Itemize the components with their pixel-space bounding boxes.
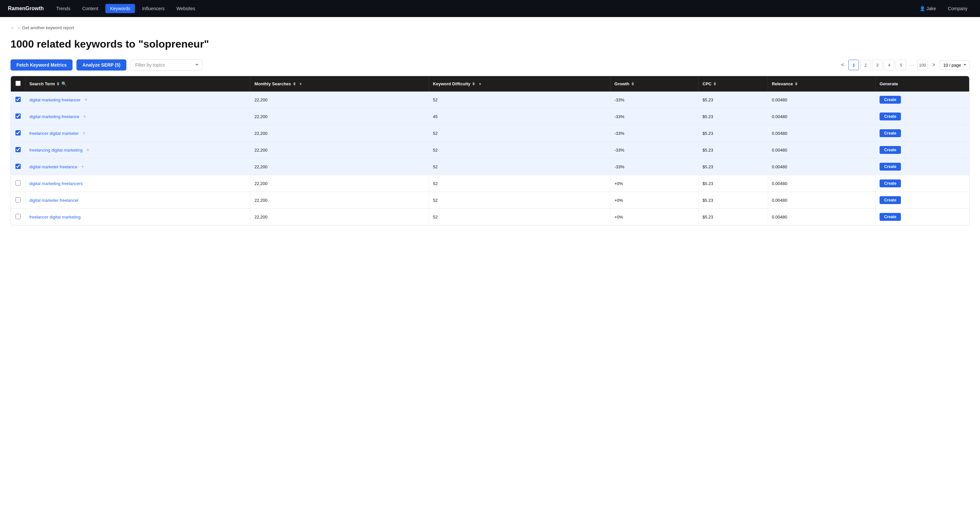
td-monthly-5: 22,200	[250, 175, 429, 192]
th-checkbox	[11, 76, 25, 92]
page-btn-2[interactable]: 2	[860, 60, 871, 70]
td-relevance-4: 0.00480	[768, 159, 875, 175]
sort-up-icon	[713, 82, 716, 84]
create-button-6[interactable]: Create	[880, 196, 901, 204]
keyword-link-0[interactable]: digital marketing freelancer	[30, 97, 81, 102]
td-difficulty-1: 45	[429, 108, 611, 125]
td-generate-1: Create	[875, 108, 969, 125]
table-row: digital marketer freelancer 22,200 52 +0…	[11, 192, 969, 209]
navbar: RamenGrowth Trends Content Keywords Infl…	[0, 0, 980, 17]
create-button-3[interactable]: Create	[880, 146, 901, 154]
search-icon[interactable]: 🔍	[61, 81, 67, 86]
td-term-4: digital marketer freelance +	[25, 159, 250, 175]
sort-icons-difficulty	[472, 82, 475, 86]
page-btn-5[interactable]: 5	[896, 60, 906, 70]
filter-icon-monthly[interactable]: ▼	[299, 82, 302, 86]
row-checkbox-0[interactable]	[16, 97, 21, 102]
add-icon-3[interactable]: +	[84, 147, 92, 152]
table-row: digital marketing freelancer + 22,200 52…	[11, 92, 969, 108]
create-button-7[interactable]: Create	[880, 213, 901, 221]
nav-item-keywords[interactable]: Keywords	[105, 4, 135, 13]
keyword-link-1[interactable]: digital marketing freelance	[30, 114, 80, 119]
td-relevance-7: 0.00480	[768, 209, 875, 226]
nav-item-websites[interactable]: Websites	[172, 4, 200, 13]
row-checkbox-1[interactable]	[16, 114, 21, 119]
create-button-4[interactable]: Create	[880, 163, 901, 171]
sort-up-icon	[632, 82, 634, 84]
row-checkbox-7[interactable]	[16, 214, 21, 219]
td-term-0: digital marketing freelancer +	[25, 92, 250, 108]
table-row: freelancer digital marketer + 22,200 52 …	[11, 125, 969, 142]
keyword-link-2[interactable]: freelancer digital marketer	[30, 131, 79, 136]
sort-up-icon	[795, 82, 797, 84]
brand-logo: RamenGrowth	[8, 6, 44, 11]
th-cpc: CPC	[698, 76, 768, 92]
back-link[interactable]: ← ← Get another keyword report	[11, 25, 74, 30]
pagination-dots: ···	[907, 62, 916, 68]
sort-icons-cpc	[713, 82, 716, 86]
add-icon-1[interactable]: +	[80, 114, 89, 119]
page-btn-last[interactable]: 100	[917, 60, 928, 70]
th-search-term: Search Term 🔍	[25, 76, 250, 92]
add-icon-2[interactable]: +	[80, 130, 88, 136]
filter-by-topics-select[interactable]: Filter by topics	[130, 59, 202, 70]
td-monthly-0: 22,200	[250, 92, 429, 108]
select-all-checkbox[interactable]	[16, 81, 21, 86]
keyword-link-6[interactable]: digital marketer freelancer	[30, 198, 79, 203]
td-checkbox-1	[11, 108, 25, 125]
sort-icons-growth	[632, 82, 634, 86]
create-button-2[interactable]: Create	[880, 129, 901, 137]
sort-down-icon	[713, 84, 716, 86]
keyword-link-7[interactable]: freelancer digital marketing	[30, 214, 81, 219]
toolbar: Fetch Keyword Metrics Analyze SERP (5) F…	[11, 59, 969, 70]
td-growth-0: -33%	[611, 92, 698, 108]
create-button-1[interactable]: Create	[880, 113, 901, 121]
user-icon: 👤	[920, 6, 925, 11]
td-growth-4: -33%	[611, 159, 698, 175]
sort-up-icon	[293, 82, 296, 84]
td-cpc-5: $5.23	[698, 175, 768, 192]
td-monthly-1: 22,200	[250, 108, 429, 125]
pagination-next[interactable]: >	[929, 60, 938, 70]
row-checkbox-2[interactable]	[16, 130, 21, 135]
page-size-select[interactable]: 10 / page	[940, 60, 969, 70]
row-checkbox-3[interactable]	[16, 147, 21, 152]
page-btn-3[interactable]: 3	[872, 60, 883, 70]
sort-down-icon	[632, 84, 634, 86]
row-checkbox-5[interactable]	[16, 180, 21, 186]
td-term-6: digital marketer freelancer	[25, 192, 250, 209]
add-icon-0[interactable]: +	[82, 97, 90, 102]
nav-item-content[interactable]: Content	[78, 4, 103, 13]
td-difficulty-5: 52	[429, 175, 611, 192]
td-generate-2: Create	[875, 125, 969, 142]
td-growth-3: -33%	[611, 142, 698, 159]
table-row: freelancer digital marketing 22,200 52 +…	[11, 209, 969, 226]
keyword-link-4[interactable]: digital marketer freelance	[30, 164, 78, 169]
td-term-1: digital marketing freelance +	[25, 108, 250, 125]
nav-user[interactable]: 👤 Jake	[915, 4, 941, 13]
td-difficulty-2: 52	[429, 125, 611, 142]
nav-item-influencers[interactable]: Influencers	[137, 4, 169, 13]
row-checkbox-4[interactable]	[16, 164, 21, 169]
keyword-link-3[interactable]: freelancing digital marketing	[30, 148, 83, 152]
sort-down-icon	[795, 84, 797, 86]
analyze-serp-button[interactable]: Analyze SERP (5)	[76, 59, 126, 70]
create-button-5[interactable]: Create	[880, 179, 901, 187]
create-button-0[interactable]: Create	[880, 96, 901, 104]
filter-icon-difficulty[interactable]: ▼	[478, 82, 482, 86]
add-icon-4[interactable]: +	[78, 164, 87, 169]
td-difficulty-4: 52	[429, 159, 611, 175]
pagination-prev[interactable]: <	[838, 60, 847, 70]
nav-item-trends[interactable]: Trends	[51, 4, 75, 13]
td-cpc-0: $5.23	[698, 92, 768, 108]
keyword-link-5[interactable]: digital marketing freelancers	[30, 181, 83, 186]
td-cpc-7: $5.23	[698, 209, 768, 226]
row-checkbox-6[interactable]	[16, 197, 21, 202]
td-monthly-7: 22,200	[250, 209, 429, 226]
nav-item-company[interactable]: Company	[943, 4, 972, 13]
td-growth-2: -33%	[611, 125, 698, 142]
td-checkbox-5	[11, 175, 25, 192]
fetch-keyword-metrics-button[interactable]: Fetch Keyword Metrics	[11, 59, 73, 70]
page-btn-1[interactable]: 1	[848, 60, 859, 70]
page-btn-4[interactable]: 4	[884, 60, 894, 70]
